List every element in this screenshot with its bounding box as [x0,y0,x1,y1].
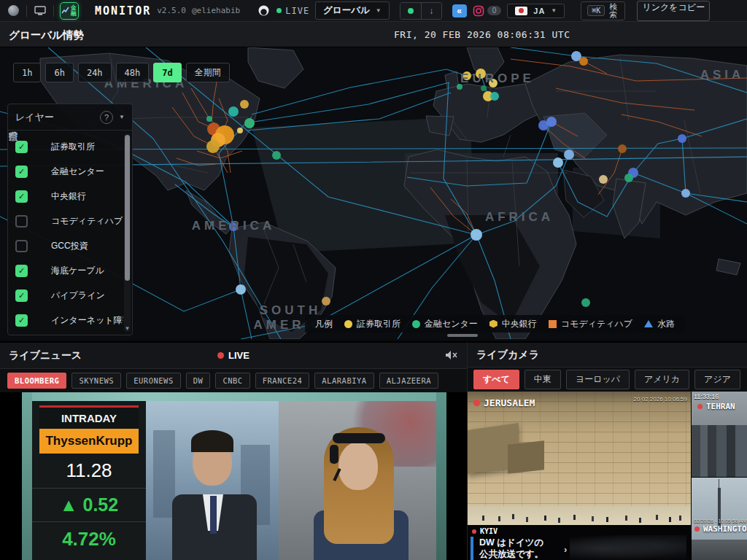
news-tab-bloomberg[interactable]: BLOOMBERG [7,373,66,389]
layer-panel-header[interactable]: レイヤー ? ▼ [8,104,132,131]
layer-row-satellite[interactable]: ✓インターネット障害 [15,308,123,332]
feed-timestamp: 11:33:16 [694,393,719,400]
news-video-player[interactable]: INTRADAY ThyssenKrupp 11.28 ▲ 0.52 4.72% [0,392,467,560]
map-event-dot[interactable] [471,229,482,241]
map-event-dot[interactable] [240,100,249,109]
rewind-icon: « [452,4,467,18]
camera-feed-kyiv[interactable]: KYIV DW はドイツの 公共放送です。 › [468,525,691,560]
layer-scrollbar[interactable]: ▼ [124,133,131,332]
github-icon[interactable] [256,4,271,18]
collapse-chevron-icon[interactable]: ▼ [119,114,125,120]
news-guest [279,401,436,560]
layer-checkbox[interactable]: ✓ [15,190,28,203]
layer-checkbox[interactable]: ✓ [15,141,28,153]
map-event-dot[interactable] [322,297,330,306]
layer-checkbox[interactable]: ✓ [15,265,28,277]
instagram-counter[interactable]: 0 [473,5,502,17]
map-event-dot[interactable] [618,144,627,153]
map-scroll-pill[interactable] [447,334,478,337]
download-button[interactable]: ↓ [421,3,441,19]
help-icon[interactable]: ? [100,111,113,124]
layer-row-globe[interactable]: GCC投資 [15,233,123,258]
dark-scene [570,535,686,560]
scrollbar-thumb[interactable] [125,135,130,281]
map-event-dot[interactable] [228,106,239,117]
search-button[interactable]: ⌘K 検索 [581,1,625,20]
news-tab-cnbc[interactable]: CNBC [215,373,249,389]
app-title: MONITOR [95,4,151,18]
finance-mode-tile[interactable]: 金融 [60,2,79,20]
map-event-dot[interactable] [678,134,686,143]
legend-hexagon-icon [489,320,498,328]
map-event-dot[interactable] [490,92,499,101]
camera-tab-2[interactable]: ヨーロッパ [566,370,630,389]
news-tab-skynews[interactable]: SKYNEWS [71,373,121,389]
camera-feed-tehran[interactable]: 11:33:16 TEHRAN [691,392,747,477]
layer-row-pipeline[interactable]: ✓パイプライン [15,283,123,308]
scroll-down-arrow-icon[interactable]: ▼ [124,325,131,332]
news-tab-alarabiya[interactable]: ALARABIYA [314,373,374,389]
language-selector[interactable]: JA ▼ [507,4,565,18]
layer-row-cable[interactable]: ✓海底ケーブル [15,258,123,283]
time-range-48h[interactable]: 48h [116,63,150,82]
layer-checkbox[interactable]: ✓ [15,289,28,302]
time-range-24h[interactable]: 24h [78,63,112,82]
pipeline-icon [34,290,44,300]
map-event-dot[interactable] [579,57,588,66]
news-tab-france24[interactable]: FRANCE24 [255,373,310,389]
chevron-right-icon[interactable]: › [564,544,567,555]
layer-row-moneybag[interactable]: ✓$金融センター [15,159,123,184]
camera-tab-0[interactable]: すべて [473,370,519,389]
map-event-dot[interactable] [206,116,212,122]
layer-row-package[interactable]: コモディティハブ [15,209,123,233]
news-tab-dw[interactable]: DW [186,373,211,389]
time-range-1h[interactable]: 1h [13,63,41,82]
map-event-dot[interactable] [599,175,608,184]
time-range-6h[interactable]: 6h [45,63,73,82]
map-event-dot[interactable] [624,174,633,182]
exchange-icon [34,141,44,152]
camera-tab-3[interactable]: アメリカ [635,370,689,389]
time-range-全期間[interactable]: 全期間 [186,63,230,82]
map-event-dot[interactable] [481,85,487,91]
muted-speaker-icon[interactable] [445,350,458,360]
map-event-dot[interactable] [272,151,281,160]
map-event-dot[interactable] [236,284,246,295]
map-event-dot[interactable] [244,118,255,128]
record-dot-icon [408,8,414,14]
camera-feed-washington[interactable]: 02/20/26 - 10:05:58 AM WASHINGTON [691,477,747,560]
layer-checkbox[interactable] [15,240,28,252]
legend-triangle-icon [644,320,653,327]
live-dot [276,8,282,13]
region-selector[interactable]: グローバル▼ [315,1,390,20]
time-range-7d[interactable]: 7d [153,63,181,82]
layer-checkbox[interactable]: ✓ [15,166,28,178]
camera-feed-jerusalem[interactable]: JERUSALEM 20 02 2026 10:06:59 [468,392,691,525]
layer-row-exchange[interactable]: ✓証券取引所 [15,134,123,159]
map-event-dot[interactable] [581,298,590,307]
layer-checkbox[interactable]: ✓ [15,314,28,327]
map-event-dot[interactable] [564,149,574,160]
map-event-dot[interactable] [681,189,690,198]
camera-tab-1[interactable]: 中東 [525,370,561,389]
news-tab-aljazeera[interactable]: ALJAZEERA [379,373,438,389]
layer-list: ✓証券取引所✓$金融センター✓中央銀行コモディティハブGCC投資✓海底ケーブル✓… [8,131,123,335]
news-tab-euronews[interactable]: EURONEWS [126,373,181,389]
copy-link-button[interactable]: リンクをコピー [637,1,710,21]
globe-icon[interactable] [6,4,20,18]
legend-title: 凡例 [315,318,333,330]
world-map[interactable]: AMERICAEUROPEASIAAFRICAAMERICASOUTHAMERI… [0,47,747,339]
layer-row-bank[interactable]: ✓中央銀行 [15,184,123,209]
instagram-icon [473,5,484,17]
monitor-icon[interactable] [33,4,47,18]
layer-checkbox[interactable] [15,215,28,228]
layer-label: インターネット障害 [51,314,123,327]
map-event-dot[interactable] [553,158,563,168]
map-event-dot[interactable] [206,140,220,153]
camera-tab-4[interactable]: アジア [694,370,740,389]
record-button[interactable] [400,3,421,19]
map-event-dot[interactable] [546,117,557,127]
layer-row-weather[interactable]: ✓気象警報 [15,332,123,335]
map-event-dot[interactable] [237,128,243,133]
rewind-share-button[interactable]: « [452,4,467,18]
